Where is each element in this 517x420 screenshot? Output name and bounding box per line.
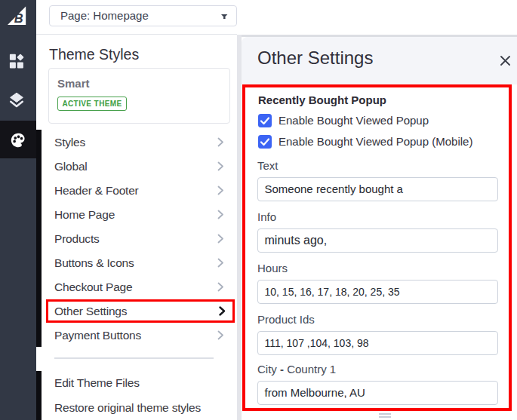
svg-text:B: B	[14, 11, 23, 25]
